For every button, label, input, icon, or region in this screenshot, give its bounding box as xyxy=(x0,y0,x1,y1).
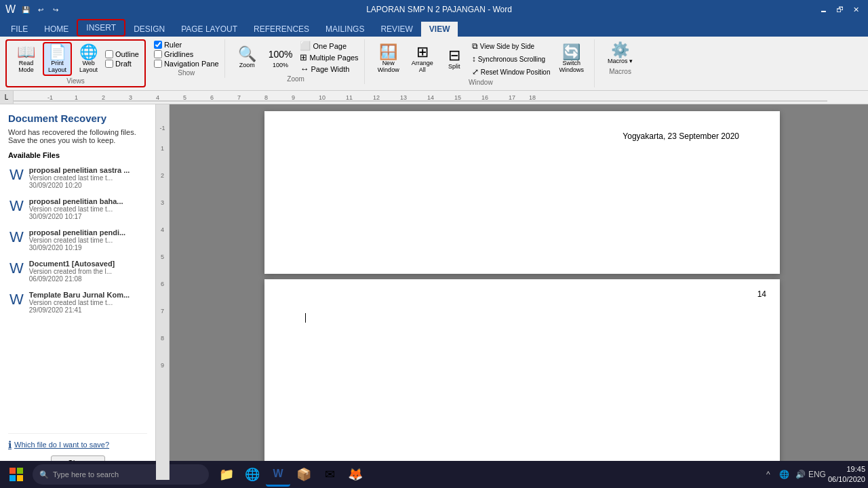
tab-review[interactable]: REVIEW xyxy=(372,22,420,37)
redo-quick-btn[interactable]: ↪ xyxy=(50,3,62,16)
zoom-btn[interactable]: 🔍 Zoom xyxy=(233,45,261,70)
ruler-mark-6: 5 xyxy=(161,253,164,260)
gridlines-check[interactable]: Gridlines xyxy=(154,50,219,58)
undo-quick-btn[interactable]: ↩ xyxy=(35,3,47,16)
reset-window-btn[interactable]: ⤢ Reset Window Position xyxy=(471,66,552,77)
doc-recovery-desc: Word has recovered the following files.S… xyxy=(8,128,147,144)
split-btn[interactable]: ⊟ Split xyxy=(441,46,468,72)
file-date-3: 30/09/2020 10:19 xyxy=(29,244,125,251)
arrange-all-icon: ⊞ xyxy=(416,45,429,60)
svg-text:8: 8 xyxy=(264,94,268,101)
list-item[interactable]: W proposal penelitian baha... Version cr… xyxy=(8,196,147,222)
draft-checkbox[interactable] xyxy=(105,60,113,68)
word-logo-icon: W xyxy=(5,3,16,16)
taskbar-app-store[interactable]: 📦 xyxy=(292,462,316,487)
outline-checkbox[interactable] xyxy=(105,50,113,58)
draft-check[interactable]: Draft xyxy=(105,60,139,68)
taskbar-app-mail[interactable]: ✉ xyxy=(317,462,342,487)
search-placeholder: Type here to search xyxy=(53,470,119,479)
file-info-4: Document1 [Autosaved] Version created fr… xyxy=(29,260,115,283)
taskbar-time: 19:45 xyxy=(828,464,865,474)
ruler-mark-4: 3 xyxy=(161,199,164,206)
svg-text:14: 14 xyxy=(427,94,434,101)
svg-rect-21 xyxy=(17,468,23,474)
views-buttons: 📖 ReadMode 📄 PrintLayout 🌐 WebLayout Out… xyxy=(12,42,139,76)
taskbar-clock[interactable]: 19:45 06/10/2020 xyxy=(828,464,865,485)
macros-content: ⚙️ Macros ▾ xyxy=(603,41,637,66)
file-date-4: 06/09/2020 21:08 xyxy=(29,275,115,283)
read-mode-btn[interactable]: 📖 ReadMode xyxy=(12,43,40,75)
taskbar-app-word[interactable]: W xyxy=(266,462,290,487)
list-item[interactable]: W Document1 [Autosaved] Version created … xyxy=(8,258,147,284)
taskbar-app-edge[interactable]: 🌐 xyxy=(240,462,264,487)
taskbar-app-explorer[interactable]: 📁 xyxy=(214,462,239,487)
page2-number: 14 xyxy=(757,289,766,299)
svg-text:18: 18 xyxy=(529,94,536,101)
views-group-label: Views xyxy=(66,77,85,85)
close-btn[interactable]: ✕ xyxy=(849,3,863,16)
zoom-100-btn[interactable]: 100% 100% xyxy=(264,45,298,70)
ruler-mark-8: 7 xyxy=(161,308,164,314)
help-link[interactable]: ℹ Which file do I want to save? xyxy=(8,439,147,450)
minimize-btn[interactable]: 🗕 xyxy=(816,3,830,16)
vertical-ruler: -1 1 2 3 4 5 6 7 8 9 xyxy=(156,104,170,480)
new-window-btn[interactable]: 🪟 NewWindow xyxy=(373,43,404,75)
tab-mailings[interactable]: MAILINGS xyxy=(317,22,372,37)
ruler-checkbox[interactable] xyxy=(154,41,162,49)
zoom-100-label: 100% xyxy=(273,62,288,68)
tray-expand-icon[interactable]: ^ xyxy=(762,468,775,481)
word-file-icon-1: W xyxy=(9,166,24,184)
tab-insert[interactable]: INSERT xyxy=(77,19,125,37)
tab-references[interactable]: REFERENCES xyxy=(245,22,317,37)
list-item[interactable]: W proposal penelitian pendi... Version c… xyxy=(8,227,147,253)
outline-check[interactable]: Outline xyxy=(105,50,139,58)
switch-windows-btn[interactable]: 🔄 SwitchWindows xyxy=(555,43,589,75)
document-page-1[interactable]: Yogyakarta, 23 September 2020 xyxy=(264,111,780,274)
sync-scrolling-btn[interactable]: ↕ Synchronous Scrolling xyxy=(471,54,552,64)
list-item[interactable]: W Template Baru Jurnal Kom... Version cr… xyxy=(8,289,147,315)
macros-btn[interactable]: ⚙️ Macros ▾ xyxy=(603,41,637,66)
view-side-by-side-btn[interactable]: ⧉ View Side by Side xyxy=(471,41,552,52)
reset-window-icon: ⤢ xyxy=(472,67,479,77)
arrange-all-btn[interactable]: ⊞ ArrangeAll xyxy=(407,43,438,75)
svg-text:7: 7 xyxy=(237,94,241,101)
taskbar-search[interactable]: 🔍 Type here to search xyxy=(33,464,209,485)
tab-file[interactable]: FILE xyxy=(3,22,36,37)
svg-text:2: 2 xyxy=(102,94,105,101)
tray-lang-icon[interactable]: ENG xyxy=(810,468,824,481)
taskbar-app-firefox[interactable]: 🦊 xyxy=(343,462,368,487)
nav-pane-checkbox[interactable] xyxy=(154,60,162,68)
svg-text:16: 16 xyxy=(481,94,488,101)
one-page-btn[interactable]: ⬜ One Page xyxy=(300,41,358,51)
nav-pane-check[interactable]: Navigation Pane xyxy=(154,60,219,68)
search-icon: 🔍 xyxy=(39,470,49,479)
page-width-btn[interactable]: ↔ Page Width xyxy=(300,64,358,74)
save-quick-btn[interactable]: 💾 xyxy=(20,3,32,16)
restore-btn[interactable]: 🗗 xyxy=(833,3,846,16)
document-page-2[interactable]: 14 xyxy=(264,279,780,480)
tray-network-icon[interactable]: 🌐 xyxy=(778,468,791,481)
tab-design[interactable]: DESIGN xyxy=(125,22,173,37)
tab-view[interactable]: VIEW xyxy=(421,22,458,37)
page-scroll[interactable]: -1 1 2 3 4 5 6 7 8 9 Yogyakarta, 23 Sept… xyxy=(156,104,868,480)
svg-text:15: 15 xyxy=(454,94,461,101)
page2-content[interactable] xyxy=(305,293,739,323)
web-layout-btn[interactable]: 🌐 WebLayout xyxy=(75,43,102,75)
file-version-4: Version created from the l... xyxy=(29,268,115,275)
list-item[interactable]: W proposal penelitian sastra ... Version… xyxy=(8,165,147,190)
ruler-check[interactable]: Ruler xyxy=(154,41,219,49)
print-layout-btn[interactable]: 📄 PrintLayout xyxy=(43,42,72,76)
multiple-pages-btn[interactable]: ⊞ Multiple Pages xyxy=(300,52,358,62)
tab-home[interactable]: HOME xyxy=(36,22,77,37)
zoom-options: ⬜ One Page ⊞ Multiple Pages ↔ Page Width xyxy=(300,41,358,74)
doc-area: -1 1 2 3 4 5 6 7 8 9 Yogyakarta, 23 Sept… xyxy=(156,104,868,480)
window-content: 🪟 NewWindow ⊞ ArrangeAll ⊟ Split ⧉ View … xyxy=(373,41,589,77)
file-version-5: Version created last time t... xyxy=(29,299,130,306)
switch-windows-icon: 🔄 xyxy=(562,45,580,60)
start-btn[interactable] xyxy=(3,462,30,487)
gridlines-checkbox[interactable] xyxy=(154,50,162,58)
zoom-icon: 🔍 xyxy=(238,47,256,62)
tray-volume-icon[interactable]: 🔊 xyxy=(794,468,808,481)
tab-page-layout[interactable]: PAGE LAYOUT xyxy=(173,22,245,37)
file-version-3: Version created last time t... xyxy=(29,237,125,244)
